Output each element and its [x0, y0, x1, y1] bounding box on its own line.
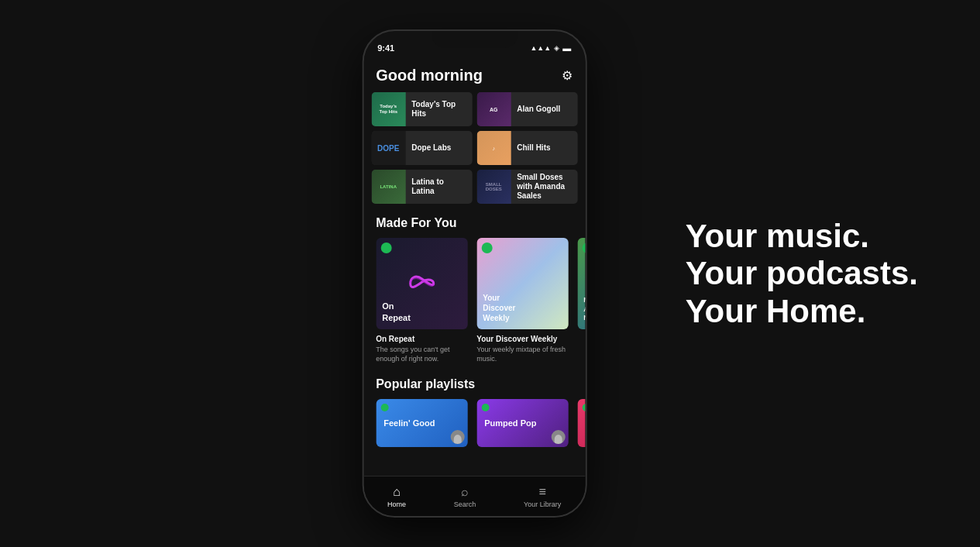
search-icon: ⌕: [461, 485, 469, 499]
status-icons: ▲▲▲ ◈ ▬: [530, 43, 571, 53]
card-on-repeat[interactable]: OnRepeat On Repeat The songs you can't g…: [376, 238, 467, 363]
art-small-doses: SMALLDOSES: [476, 170, 511, 204]
discover-weekly-label: YourDiscoverWeekly: [483, 293, 515, 323]
wifi-icon: ◈: [554, 44, 559, 52]
made-for-you-row: OnRepeat On Repeat The songs you can't g…: [363, 238, 585, 363]
playlist-label-feelin: Feelin' Good: [383, 418, 435, 428]
phone-header: Good morning ⚙: [363, 56, 585, 92]
status-time: 9:41: [377, 43, 394, 53]
home-icon: ⌂: [393, 485, 401, 499]
art-top-hits: Today'sTop Hits: [371, 92, 405, 126]
spotify-dot-pumped: [481, 404, 489, 411]
nav-home[interactable]: ⌂ Home: [387, 485, 406, 508]
spotify-dot-feelin: [380, 404, 388, 411]
card-third[interactable]: MUANNE: [577, 238, 585, 363]
card-desc-discover: Your weekly mixtape of fresh music.: [476, 346, 568, 363]
quick-item-alan[interactable]: AG Alan Gogoll: [476, 92, 577, 126]
playlist-feelin-good[interactable]: Feelin' Good: [376, 399, 467, 447]
art-alan: AG: [476, 92, 511, 126]
art-discover-weekly: YourDiscoverWeekly: [476, 238, 568, 329]
tagline-line1: Your music.: [686, 218, 918, 255]
popular-playlists-row: Feelin' Good Pumped Pop: [363, 399, 585, 447]
phone-notch: [432, 31, 517, 48]
quick-item-title-latina: Latina to Latina: [405, 177, 472, 196]
art-on-repeat: OnRepeat: [376, 238, 467, 329]
nav-home-label: Home: [387, 501, 406, 508]
phone-body: 9:41 ▲▲▲ ◈ ▬ Good morning ⚙ Today'sTop H…: [362, 29, 586, 518]
phone-mockup: 9:41 ▲▲▲ ◈ ▬ Good morning ⚙ Today'sTop H…: [362, 29, 586, 518]
card-title-on-repeat: On Repeat: [376, 335, 467, 343]
quick-item-chill[interactable]: ♪ Chill Hits: [476, 131, 577, 165]
nav-library-label: Your Library: [524, 501, 561, 508]
phone-content: Good morning ⚙ Today'sTop Hits Today's T…: [363, 56, 585, 476]
signal-icon: ▲▲▲: [530, 44, 551, 52]
card-title-discover: Your Discover Weekly: [476, 335, 568, 343]
quick-item-title-chill: Chill Hits: [511, 143, 556, 153]
art-latina: LATINA: [371, 170, 405, 204]
on-repeat-label: OnRepeat: [382, 301, 411, 323]
greeting-text: Good morning: [376, 67, 483, 84]
quick-item-latina[interactable]: LATINA Latina to Latina: [371, 170, 472, 204]
section-popular-playlists-title: Popular playlists: [363, 374, 585, 399]
playlist-label-pumped: Pumped Pop: [484, 418, 536, 428]
playlist-pumped-pop[interactable]: Pumped Pop: [476, 399, 568, 447]
quick-item-small-doses[interactable]: SMALLDOSES Small Doses with Amanda Saale…: [476, 170, 577, 204]
spotify-dot-discover: [481, 243, 492, 253]
tagline: Your music. Your podcasts. Your Home.: [686, 218, 918, 330]
nav-search[interactable]: ⌕ Search: [454, 485, 476, 508]
art-dope: DOPE: [371, 131, 405, 165]
card-discover-weekly[interactable]: YourDiscoverWeekly Your Discover Weekly …: [476, 238, 568, 363]
nav-search-label: Search: [454, 501, 476, 508]
quick-item-title-dope: Dope Labs: [405, 143, 457, 153]
settings-button[interactable]: ⚙: [562, 68, 573, 83]
spotify-dot-third: [582, 243, 585, 253]
section-made-for-you-title: Made For You: [363, 216, 585, 238]
quick-item-title-top-hits: Today's Top Hits: [405, 100, 472, 119]
art-chill: ♪: [476, 131, 511, 165]
quick-item-title-small-doses: Small Doses with Amanda Saales: [511, 173, 577, 201]
nav-library[interactable]: ≡ Your Library: [524, 485, 561, 508]
tagline-line2: Your podcasts.: [686, 255, 918, 292]
battery-icon: ▬: [562, 43, 571, 53]
library-icon: ≡: [539, 485, 546, 499]
on-repeat-symbol: [398, 268, 445, 299]
avatar-pumped: [551, 430, 565, 444]
spotify-dot-third-playlist: [582, 404, 585, 411]
bottom-nav: ⌂ Home ⌕ Search ≡ Your Library: [363, 476, 585, 516]
quick-item-dope[interactable]: DOPE Dope Labs: [371, 131, 472, 165]
quick-picks-grid: Today'sTop Hits Today's Top Hits AG Alan…: [363, 92, 585, 204]
card-desc-on-repeat: The songs you can't get enough of right …: [376, 346, 467, 363]
quick-item-top-hits[interactable]: Today'sTop Hits Today's Top Hits: [371, 92, 472, 126]
art-third: MUANNE: [577, 238, 585, 329]
third-label: MUANNE: [583, 296, 585, 323]
quick-item-title-alan: Alan Gogoll: [511, 105, 566, 114]
playlist-third[interactable]: [577, 399, 585, 447]
tagline-line3: Your Home.: [686, 292, 918, 329]
avatar-feelin: [450, 430, 464, 444]
